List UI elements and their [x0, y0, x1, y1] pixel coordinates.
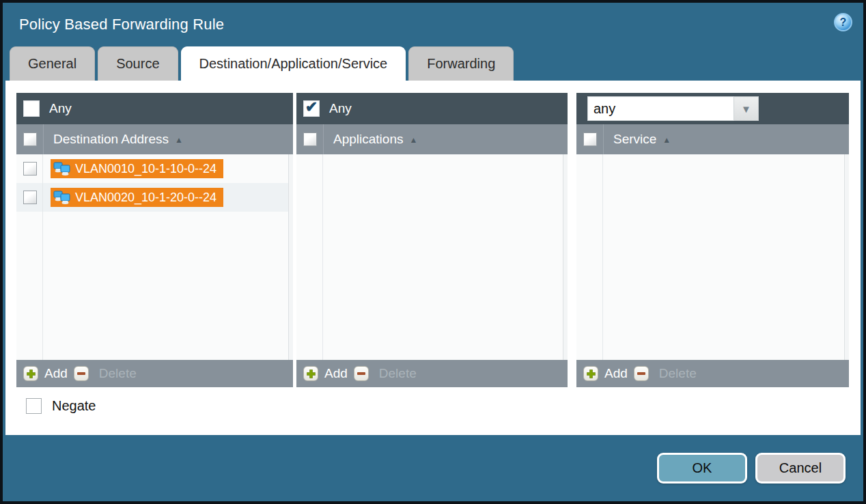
tab-source[interactable]: Source — [98, 46, 178, 81]
destination-address-sort-header[interactable]: Destination Address ▲ — [43, 124, 183, 154]
policy-based-forwarding-dialog: Policy Based Forwarding Rule ? General S… — [0, 0, 866, 504]
table-row: VLAN0020_10-1-20-0--24 — [16, 183, 293, 212]
service-footer-bar: Add Delete — [576, 360, 849, 387]
chevron-down-icon[interactable]: ▼ — [734, 96, 759, 121]
destination-address-item[interactable]: VLAN0010_10-1-10-0--24 — [51, 159, 223, 178]
applications-header-label: Applications — [333, 132, 403, 147]
ok-button[interactable]: OK — [657, 453, 747, 484]
destination-column-header: Destination Address ▲ — [16, 124, 293, 154]
applications-any-bar: ✔ Any — [296, 93, 568, 124]
add-icon[interactable] — [23, 366, 38, 381]
service-dropdown-value[interactable]: any — [587, 96, 734, 121]
service-dropdown[interactable]: any ▼ — [587, 96, 759, 121]
service-select-all-checkbox[interactable] — [583, 132, 597, 146]
add-icon[interactable] — [583, 366, 598, 381]
tab-destination-application-service[interactable]: Destination/Application/Service — [181, 46, 406, 81]
applications-column: ✔ Any Applications ▲ Add — [296, 93, 568, 387]
applications-add-button[interactable]: Add — [324, 366, 348, 381]
service-any-bar: any ▼ — [576, 93, 849, 124]
service-header-label: Service — [613, 132, 656, 147]
applications-any-label: Any — [329, 101, 352, 116]
destination-address-list: VLAN0010_10-1-10-0--24 — [16, 154, 293, 360]
tab-bar: General Source Destination/Application/S… — [3, 46, 863, 81]
dialog-button-bar: OK Cancel — [3, 435, 863, 501]
destination-delete-button[interactable]: Delete — [99, 366, 137, 381]
sort-ascending-icon: ▲ — [662, 134, 671, 145]
destination-address-label: VLAN0020_10-1-20-0--24 — [75, 191, 216, 205]
destination-any-checkbox[interactable] — [23, 100, 40, 117]
applications-select-all-checkbox[interactable] — [303, 132, 317, 146]
destination-any-bar: Any — [16, 93, 293, 124]
delete-icon[interactable] — [74, 366, 89, 381]
cancel-button[interactable]: Cancel — [755, 453, 846, 484]
applications-any-checkbox[interactable]: ✔ — [303, 100, 320, 117]
applications-column-header: Applications ▲ — [296, 124, 568, 154]
columns-container: Any Destination Address ▲ — [16, 93, 861, 387]
tab-content-panel: Any Destination Address ▲ — [5, 81, 861, 435]
destination-select-all-checkbox[interactable] — [23, 132, 37, 146]
delete-icon[interactable] — [634, 366, 649, 381]
service-list — [576, 154, 849, 360]
negate-label: Negate — [52, 398, 96, 414]
sort-ascending-icon: ▲ — [175, 134, 183, 145]
destination-address-column: Any Destination Address ▲ — [16, 93, 293, 387]
dialog-title: Policy Based Forwarding Rule — [19, 16, 224, 33]
service-column: any ▼ Service ▲ Add — [576, 93, 849, 387]
sort-ascending-icon: ▲ — [409, 134, 417, 145]
tab-forwarding[interactable]: Forwarding — [408, 46, 514, 81]
service-sort-header[interactable]: Service ▲ — [603, 124, 671, 154]
service-delete-button[interactable]: Delete — [659, 366, 697, 381]
destination-address-label: VLAN0010_10-1-10-0--24 — [75, 162, 216, 176]
add-icon[interactable] — [303, 366, 318, 381]
checkmark-icon: ✔ — [305, 100, 318, 115]
applications-footer-bar: Add Delete — [296, 360, 568, 387]
destination-any-label: Any — [49, 101, 72, 116]
service-add-button[interactable]: Add — [604, 366, 628, 381]
destination-address-item[interactable]: VLAN0020_10-1-20-0--24 — [51, 188, 223, 207]
table-row: VLAN0010_10-1-10-0--24 — [16, 154, 293, 183]
destination-add-button[interactable]: Add — [44, 366, 68, 381]
negate-checkbox[interactable] — [26, 398, 42, 414]
applications-list — [296, 154, 568, 360]
applications-delete-button[interactable]: Delete — [379, 366, 417, 381]
service-column-header: Service ▲ — [576, 124, 849, 154]
network-nodes-icon — [53, 191, 71, 204]
delete-icon[interactable] — [354, 366, 369, 381]
applications-sort-header[interactable]: Applications ▲ — [323, 124, 417, 154]
row-checkbox[interactable] — [23, 191, 37, 204]
tab-general[interactable]: General — [10, 46, 95, 81]
negate-row: Negate — [26, 398, 861, 414]
row-checkbox[interactable] — [23, 162, 37, 176]
destination-header-label: Destination Address — [53, 132, 169, 147]
help-icon[interactable]: ? — [834, 13, 852, 31]
network-nodes-icon — [53, 162, 71, 176]
destination-footer-bar: Add Delete — [16, 360, 293, 387]
dialog-titlebar: Policy Based Forwarding Rule ? — [3, 3, 863, 46]
